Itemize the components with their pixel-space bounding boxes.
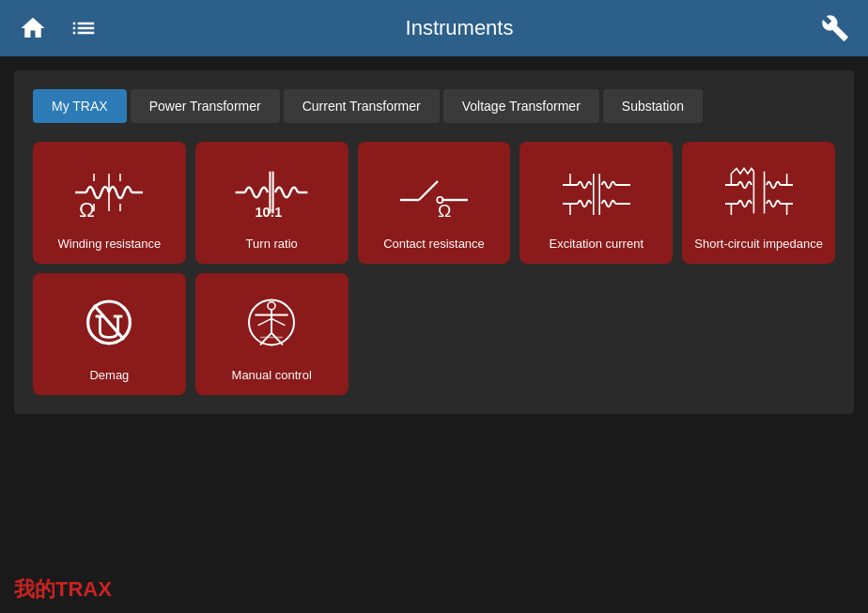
manual-control-label: Manual control <box>232 368 312 384</box>
svg-line-37 <box>94 305 124 340</box>
excitation-current-label: Excitation current <box>550 237 643 253</box>
card-short-circuit-impedance[interactable]: Short-circuit impedance <box>682 142 835 264</box>
card-winding-resistance[interactable]: Ω Winding resistance <box>33 142 186 264</box>
demag-icon <box>42 287 177 360</box>
footer-chinese: 我的 <box>14 577 55 601</box>
svg-line-47 <box>271 333 283 345</box>
top-bar: Instruments <box>0 0 868 56</box>
settings-button[interactable] <box>812 5 859 52</box>
demag-label: Demag <box>89 368 129 384</box>
card-empty-3 <box>682 273 835 395</box>
svg-point-42 <box>268 302 275 310</box>
tab-bar: My TRAX Power Transformer Current Transf… <box>33 89 835 123</box>
tab-voltage-transformer[interactable]: Voltage Transformer <box>443 89 599 123</box>
card-manual-control[interactable]: Manual control <box>195 273 349 395</box>
card-turn-ratio[interactable]: 10:1 Turn ratio <box>195 142 349 264</box>
turn-ratio-icon: 10:1 <box>205 156 339 229</box>
list-button[interactable] <box>60 5 107 52</box>
short-circuit-impedance-label: Short-circuit impedance <box>694 237 823 253</box>
contact-resistance-label: Contact resistance <box>383 237 485 253</box>
svg-line-45 <box>271 318 285 325</box>
card-excitation-current[interactable]: Excitation current <box>519 142 673 264</box>
excitation-current-icon <box>529 156 663 229</box>
svg-line-44 <box>258 318 271 325</box>
turn-ratio-label: Turn ratio <box>246 237 298 253</box>
svg-line-14 <box>419 181 438 200</box>
svg-line-46 <box>260 333 271 345</box>
tab-power-transformer[interactable]: Power Transformer <box>131 89 280 123</box>
card-empty-1 <box>358 273 511 395</box>
short-circuit-impedance-icon <box>691 156 826 229</box>
card-contact-resistance[interactable]: Ω Contact resistance <box>358 142 511 264</box>
card-grid-row1: Ω Winding resistance <box>33 142 835 264</box>
svg-text:10:1: 10:1 <box>256 205 283 220</box>
contact-resistance-icon: Ω <box>367 156 502 229</box>
tab-current-transformer[interactable]: Current Transformer <box>284 89 440 123</box>
manual-control-icon <box>205 287 339 360</box>
card-empty-2 <box>519 273 673 395</box>
home-button[interactable] <box>9 5 56 52</box>
winding-resistance-icon: Ω <box>42 156 177 229</box>
main-content: My TRAX Power Transformer Current Transf… <box>14 70 854 414</box>
card-demag[interactable]: Demag <box>33 273 186 395</box>
tab-my-trax[interactable]: My TRAX <box>33 89 127 123</box>
footer-trax: TRAX <box>55 577 112 601</box>
tab-substation[interactable]: Substation <box>603 89 703 123</box>
page-title: Instruments <box>107 16 812 40</box>
svg-text:Ω: Ω <box>79 198 95 222</box>
footer-brand: 我的TRAX <box>14 575 112 604</box>
card-grid-row2: Demag <box>33 273 835 395</box>
winding-resistance-label: Winding resistance <box>57 237 161 253</box>
